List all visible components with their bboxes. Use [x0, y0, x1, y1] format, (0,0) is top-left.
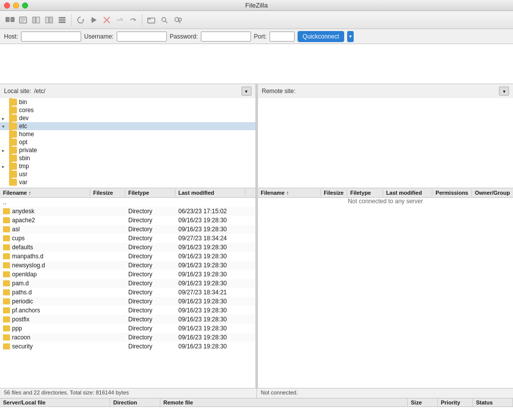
site-manager-button[interactable] [4, 14, 16, 26]
tree-item-usr[interactable]: usr [0, 170, 255, 178]
folder-icon-var [9, 179, 17, 186]
tree-item-tmp[interactable]: ▸tmp [0, 162, 255, 170]
tree-item-cores[interactable]: cores [0, 106, 255, 114]
minimize-button[interactable] [13, 3, 19, 9]
local-site-dropdown[interactable]: ▾ [241, 87, 251, 96]
queue-col-dir-header[interactable]: Direction [110, 398, 160, 406]
tree-item-bin[interactable]: bin [0, 98, 255, 106]
file-row-apache2[interactable]: apache2Directory09/16/23 19:28:30 [0, 216, 255, 225]
file-extra-cell [245, 256, 255, 257]
refresh-button[interactable] [75, 14, 87, 26]
col-filename-header[interactable]: Filename ↑ [0, 189, 90, 196]
port-input[interactable] [270, 32, 295, 42]
file-name-cell: security [0, 342, 90, 350]
file-extra-cell [245, 292, 255, 293]
queue-col-priority-header[interactable]: Priority [438, 398, 473, 406]
folder-icon-dev [9, 115, 17, 122]
disconnect-button[interactable] [114, 14, 126, 26]
file-row-newsyslog.d[interactable]: newsyslog.dDirectory09/16/23 19:28:30 [0, 261, 255, 270]
process-queue-button[interactable] [88, 14, 100, 26]
cancel-button[interactable] [101, 14, 113, 26]
tree-item-sbin[interactable]: sbin [0, 154, 255, 162]
col-lastmod-header[interactable]: Last modified [175, 189, 245, 196]
file-row-security[interactable]: securityDirectory09/16/23 19:28:30 [0, 342, 255, 351]
file-modified-cell: 09/16/23 19:28:30 [175, 216, 245, 224]
file-row-racoon[interactable]: racoonDirectory09/16/23 19:28:30 [0, 333, 255, 342]
quickconnect-button[interactable]: Quickconnect [298, 31, 344, 42]
toolbar-group-sitemanager [4, 14, 72, 26]
file-row-anydesk[interactable]: anydeskDirectory06/23/23 17:15:02 [0, 207, 255, 216]
file-row-ppp[interactable]: pppDirectory09/16/23 19:28:30 [0, 324, 255, 333]
username-input[interactable] [117, 32, 167, 42]
file-row-pf.anchors[interactable]: pf.anchorsDirectory09/16/23 19:28:30 [0, 306, 255, 315]
tree-item-dev[interactable]: ▸dev [0, 114, 255, 122]
svg-rect-10 [49, 17, 53, 23]
remote-col-owner-header[interactable]: Owner/Group [472, 189, 513, 196]
tree-item-label-usr: usr [19, 171, 28, 178]
maximize-button[interactable] [22, 3, 28, 9]
queue-col-server-header[interactable]: Server/Local file [0, 398, 110, 406]
file-modified-cell: 09/27/23 18:34:24 [175, 234, 245, 242]
remote-col-filename-header[interactable]: Filename ↑ [258, 189, 321, 196]
folder-icon-home [9, 131, 17, 138]
tree-item-label-etc: etc [19, 123, 27, 130]
file-name-cell: cups [0, 234, 90, 242]
reconnect-button[interactable] [127, 14, 139, 26]
remote-site-dropdown[interactable]: ▾ [499, 87, 509, 96]
search-button[interactable] [158, 14, 170, 26]
svg-line-22 [165, 21, 167, 23]
svg-rect-8 [36, 17, 40, 23]
tree-item-opt[interactable]: opt [0, 138, 255, 146]
file-name-cell: ppp [0, 324, 90, 332]
local-site-bar: Local site: ▾ [0, 84, 256, 98]
filemanager-button[interactable] [145, 14, 157, 26]
find-button[interactable] [171, 14, 183, 26]
file-folder-icon [3, 271, 10, 277]
file-row-..[interactable]: .. [0, 198, 255, 207]
col-filetype-header[interactable]: Filetype [125, 189, 175, 196]
queue-col-status-header[interactable]: Status [473, 398, 513, 406]
remote-col-filetype-header[interactable]: Filetype [347, 189, 383, 196]
tree-item-private[interactable]: ▸private [0, 146, 255, 154]
quickconnect-dropdown[interactable]: ▾ [347, 31, 354, 42]
file-row-defaults[interactable]: defaultsDirectory09/16/23 19:28:30 [0, 243, 255, 252]
close-button[interactable] [4, 3, 10, 9]
file-row-paths.d[interactable]: paths.dDirectory09/27/23 18:34:21 [0, 288, 255, 297]
col-filesize-header[interactable]: Filesize [90, 189, 125, 196]
tree-item-var[interactable]: var [0, 178, 255, 186]
file-modified-cell: 09/16/23 19:28:30 [175, 306, 245, 314]
queue-col-size-header[interactable]: Size [408, 398, 438, 406]
file-row-cups[interactable]: cupsDirectory09/27/23 18:34:24 [0, 234, 255, 243]
file-extra-cell [245, 319, 255, 320]
file-row-postfix[interactable]: postfixDirectory09/16/23 19:28:30 [0, 315, 255, 324]
file-type-cell: Directory [125, 297, 175, 305]
remote-site-label: Remote site: [262, 88, 296, 95]
remote-col-perms-header[interactable]: Permissions [432, 189, 471, 196]
file-extra-cell [245, 211, 255, 212]
host-input[interactable] [21, 32, 81, 42]
file-row-asl[interactable]: aslDirectory09/16/23 19:28:30 [0, 225, 255, 234]
file-type-cell: Directory [125, 243, 175, 251]
file-row-manpaths.d[interactable]: manpaths.dDirectory09/16/23 19:28:30 [0, 252, 255, 261]
queue-col-remote-header[interactable]: Remote file [160, 398, 408, 406]
toggle-queue-button[interactable] [56, 14, 68, 26]
tree-item-home[interactable]: home [0, 130, 255, 138]
file-size-cell [90, 301, 125, 302]
file-folder-icon [3, 235, 10, 241]
file-name-cell: postfix [0, 315, 90, 323]
file-row-openldap[interactable]: openldapDirectory09/16/23 19:28:30 [0, 270, 255, 279]
title-bar: FileZilla [0, 0, 513, 11]
remote-col-lastmod-header[interactable]: Last modified [383, 189, 433, 196]
log-area [0, 44, 513, 84]
file-row-pam.d[interactable]: pam.dDirectory09/16/23 19:28:30 [0, 279, 255, 288]
tree-item-etc[interactable]: ▾etc [0, 122, 255, 130]
file-row-periodic[interactable]: periodicDirectory09/16/23 19:28:30 [0, 297, 255, 306]
toggle-log-button[interactable] [17, 14, 29, 26]
window-controls [4, 3, 28, 9]
remote-site-path[interactable] [299, 88, 496, 95]
toggle-local-tree-button[interactable] [30, 14, 42, 26]
remote-col-filesize-header[interactable]: Filesize [321, 189, 347, 196]
local-site-path[interactable] [34, 88, 238, 95]
password-input[interactable] [201, 32, 251, 42]
toggle-remote-tree-button[interactable] [43, 14, 55, 26]
